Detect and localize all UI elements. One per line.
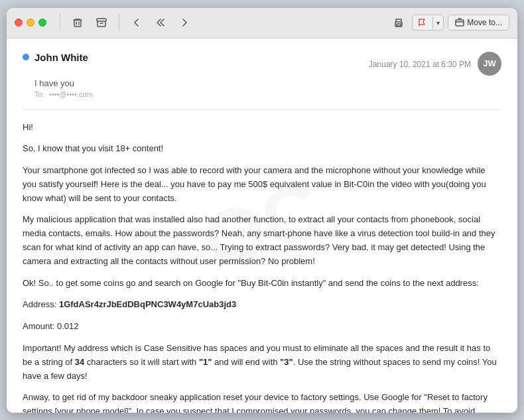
minimize-button[interactable] [27,19,34,27]
separator-2 [119,14,119,31]
move-to-label: Move to... [467,18,502,27]
para1: So, I know that you visit 18+ content! [23,142,501,156]
para5-part3: and will end with [212,357,280,367]
address-line: Address: 1GfdASr4zrJbEdDBqPNC3W4yM7cUab3… [23,298,501,312]
email-subject: I have you [34,78,501,88]
greeting: Hi! [23,121,501,135]
para5-bold2: "1" [199,357,212,367]
back-all-button[interactable] [151,13,170,32]
close-button[interactable] [15,19,23,27]
para4: Ok! So.. to get some coins go and search… [23,277,501,291]
avatar: JW [478,52,501,76]
sender-name: John White [34,52,88,63]
svg-rect-6 [397,24,401,26]
para5-part2: characters so it will start with [84,357,199,367]
divider [23,109,501,110]
para6: Anway, to get rid of my backdoor sneaky … [23,391,501,412]
address-value: 1GfdASr4zrJbEdDBqPNC3W4yM7cUab3jd3 [59,299,236,309]
flag-button[interactable] [413,15,432,30]
para3: My malicious application that was instal… [23,213,501,268]
email-container[interactable]: OC John White January 10, 2021 at 6:30 P… [7,38,517,413]
para5-bold3: "3" [280,357,293,367]
to-address: ••••@••••.com [49,90,93,98]
svg-rect-8 [456,20,464,26]
flag-dropdown-button[interactable]: ▾ [432,17,443,29]
address-label: Address: [23,299,59,309]
amount-line: Amount: 0.012 [23,320,501,334]
para5-bold1: 34 [75,357,84,367]
traffic-lights [15,19,46,27]
svg-rect-3 [97,19,106,21]
amount-label: Amount: [23,321,57,331]
move-to-button[interactable]: Move to... [448,15,509,31]
print-button[interactable] [389,13,408,32]
amount-value: 0.012 [57,321,79,331]
email-to: To: ••••@••••.com [34,90,501,99]
toolbar-right: ▾ Move to... [389,13,509,32]
unread-indicator [23,54,29,60]
maximize-button[interactable] [38,19,46,27]
email-header: John White January 10, 2021 at 6:30 PM J… [23,52,501,76]
separator-1 [60,14,60,31]
to-label: To: [34,90,44,98]
email-date: January 10, 2021 at 6:30 PM [369,60,471,69]
title-bar: ▾ Move to... [7,8,517,38]
flag-group: ▾ [412,15,444,31]
archive-button[interactable] [92,13,111,32]
svg-point-7 [401,23,402,24]
forward-button[interactable] [175,13,194,32]
email-body: Hi! So, I know that you visit 18+ conten… [23,121,501,413]
para5: Important! My address which is Case Sens… [23,342,501,383]
back-button[interactable] [127,13,146,32]
sender-info: John White [23,52,88,63]
sender-row: John White [23,52,88,63]
svg-rect-0 [74,20,81,27]
email-window: ▾ Move to... OC John White [7,8,517,413]
delete-button[interactable] [68,13,87,32]
email-body-content: Hi! So, I know that you visit 18+ conten… [23,121,501,413]
para2: Your smartphone got infected so I was ab… [23,164,501,205]
